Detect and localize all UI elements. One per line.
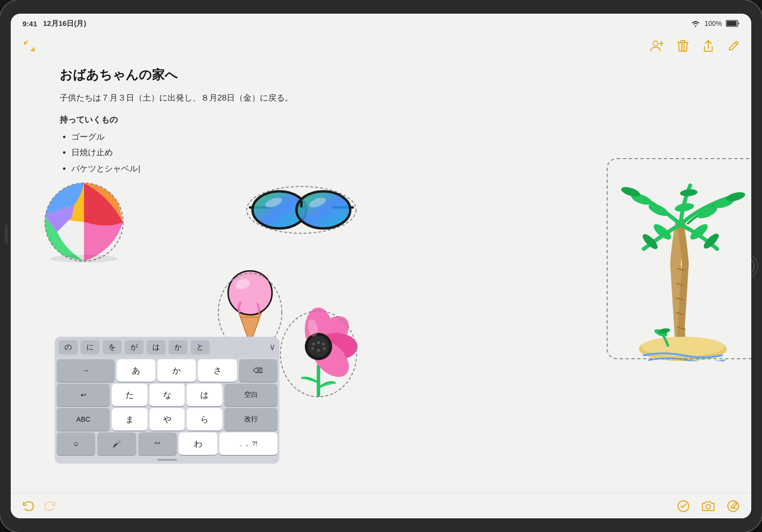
key-ma[interactable]: ま [112,408,148,430]
key-special[interactable]: ^^ [138,432,177,455]
key-na[interactable]: な [149,384,185,406]
date: 12月16日(月) [43,19,86,28]
sticker-flower [270,298,367,405]
svg-point-51 [322,343,325,346]
svg-point-49 [312,343,315,346]
side-button[interactable] [5,225,8,244]
share-icon[interactable] [702,40,714,52]
svg-point-17 [296,191,350,228]
bottom-right [677,500,740,512]
key-wa[interactable]: わ [179,432,217,455]
svg-point-4 [653,41,658,46]
predictive-bar: の に を が は か と ∨ [55,337,279,357]
svg-rect-1 [727,21,737,26]
battery-text: 100% [704,20,722,27]
checkmark-icon[interactable] [677,500,690,512]
kb-row-4: ☺ 🎤 ^^ わ 、。?! [57,432,277,455]
pred-ga[interactable]: が [125,340,144,354]
toolbar-left [22,39,36,53]
time: 9:41 [22,20,37,28]
edit-icon[interactable] [728,40,740,52]
svg-point-54 [323,347,326,350]
sticker-beachball [35,176,133,268]
undo-icon[interactable] [22,501,35,512]
pred-ka[interactable]: か [169,340,188,354]
note-body: 子供たちは７月３日（土）に出発し、８月28日（金）に戻る。 [60,91,702,104]
status-right: 100% [691,20,740,27]
key-ra[interactable]: ら [187,408,222,430]
ipad-device: 9:41 12月16日(月) 100% [0,0,762,532]
kb-row-2: ↩ た な は 空白 [57,384,277,406]
camera-icon[interactable] [701,500,715,512]
battery-icon [726,20,740,27]
svg-point-15 [50,255,118,263]
key-ya[interactable]: や [149,408,185,430]
key-ka[interactable]: か [157,359,196,382]
key-ta[interactable]: た [112,384,148,406]
svg-line-10 [735,42,737,44]
toolbar [11,33,751,59]
key-space[interactable]: 空白 [224,384,277,406]
pred-wo[interactable]: を [103,340,122,354]
sticker-palmtree [605,156,751,361]
toolbar-right [649,40,740,52]
sticker-sunglasses [245,183,358,237]
screen: 9:41 12月16日(月) 100% [11,14,751,518]
note-section-title: 持っていくもの [60,114,702,125]
key-a[interactable]: あ [117,359,155,382]
key-emoji[interactable]: ☺ [57,432,95,455]
pred-ha[interactable]: は [147,340,166,354]
svg-point-59 [728,501,739,512]
note-content[interactable]: おばあちゃんの家へ 子供たちは７月３日（土）に出発し、８月28日（金）に戻る。 … [11,59,751,493]
floating-keyboard[interactable]: の に を が は か と ∨ → あ か さ [55,337,279,464]
keyboard-drag-handle [57,457,277,462]
svg-point-48 [308,336,329,357]
trash-icon[interactable] [677,40,689,52]
svg-point-32 [679,188,698,197]
keyboard-main: → あ か さ ⌫ ↩ た な は 空白 [55,357,279,464]
add-person-icon[interactable] [649,40,663,52]
pred-no[interactable]: の [59,340,78,354]
predictive-expand[interactable]: ∨ [269,342,275,352]
compress-icon[interactable] [22,39,36,53]
svg-point-31 [674,202,695,213]
svg-point-58 [706,504,711,509]
list-item: ゴーグル [71,129,702,145]
status-left: 9:41 12月16日(月) [22,19,86,28]
kb-row-1: → あ か さ ⌫ [57,359,277,382]
key-ha[interactable]: は [187,384,222,406]
kb-row-3: ABC ま や ら 改行 [57,408,277,430]
key-return[interactable]: 改行 [224,408,277,430]
key-undo[interactable]: ↩ [57,384,110,406]
key-abc[interactable]: ABC [57,408,110,430]
svg-point-50 [317,341,320,344]
bottom-left [22,501,56,512]
wifi-icon [691,20,700,27]
key-punctuation[interactable]: 、。?! [219,432,277,455]
redo-icon[interactable] [43,501,56,512]
svg-point-52 [311,347,314,350]
bottom-toolbar [11,493,751,518]
key-sa[interactable]: さ [198,359,236,382]
key-tab[interactable]: → [57,359,115,382]
svg-point-53 [317,349,320,352]
pred-to[interactable]: と [190,340,210,354]
status-bar: 9:41 12月16日(月) 100% [11,14,751,33]
key-delete[interactable]: ⌫ [239,359,277,382]
pred-ni[interactable]: に [81,340,100,354]
key-mic[interactable]: 🎤 [97,432,136,455]
markup-icon[interactable] [727,500,740,512]
note-title: おばあちゃんの家へ [60,66,702,83]
